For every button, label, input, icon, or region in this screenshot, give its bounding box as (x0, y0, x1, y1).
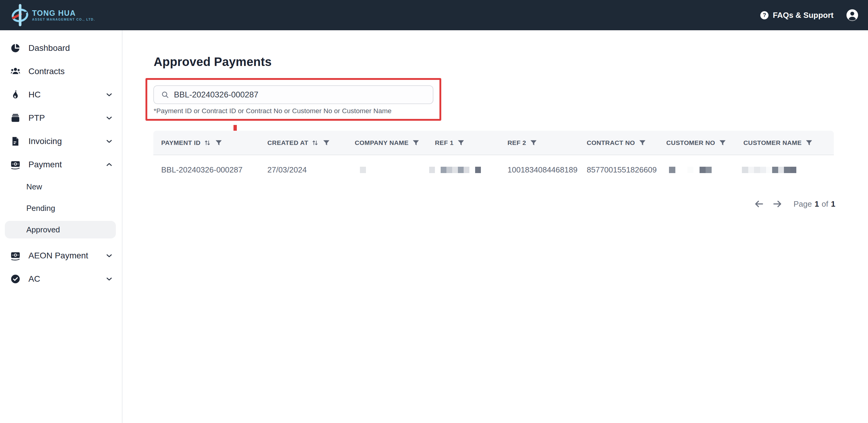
cell-payment-id: BBL-20240326-000287 (153, 165, 259, 175)
sidebar-subitem-label: New (26, 182, 42, 191)
redacted-customer-name (742, 167, 796, 173)
page-label: Page (794, 200, 812, 209)
user-avatar-button[interactable] (846, 8, 859, 22)
column-header-contract-no: CONTRACT NO (579, 139, 658, 146)
cell-company-name (347, 167, 427, 173)
chevron-up-icon (105, 160, 114, 169)
sidebar-item-ac[interactable]: AC (0, 267, 122, 291)
sidebar-item-payment-pending[interactable]: Pending (0, 198, 122, 219)
sort-icon[interactable] (311, 139, 319, 147)
sidebar-item-aeon-payment[interactable]: AEON Payment (0, 244, 122, 267)
sidebar-item-label: Contracts (28, 66, 114, 76)
sidebar-subitem-label: Pending (26, 204, 55, 213)
sidebar-item-label: AEON Payment (28, 251, 105, 261)
tonghua-logo-icon (11, 3, 29, 27)
pagination: Page 1 of 1 (754, 199, 835, 209)
cell-created-at: 27/03/2024 (259, 165, 347, 175)
redacted-ref-1 (429, 167, 481, 173)
sort-icon[interactable] (204, 139, 211, 147)
filter-icon[interactable] (639, 139, 646, 146)
payments-table: PAYMENT ID CREATED AT COMPANY NAME (153, 131, 834, 185)
redacted-company-name (360, 167, 366, 173)
sidebar: Dashboard Contracts (0, 30, 123, 423)
redacted-customer-no (669, 167, 712, 173)
cell-customer-no (658, 167, 736, 173)
of-label: of (822, 200, 828, 209)
search-hint-text: *Payment ID or Contract ID or Contract N… (154, 107, 392, 115)
sidebar-item-label: PTP (28, 113, 105, 123)
filter-icon[interactable] (323, 139, 330, 146)
sidebar-item-invoicing[interactable]: Invoicing (0, 129, 122, 153)
sidebar-item-payment[interactable]: Payment (0, 153, 122, 176)
help-icon: ? (760, 11, 769, 19)
sidebar-item-hc[interactable]: HC (0, 83, 122, 106)
table-header-row: PAYMENT ID CREATED AT COMPANY NAME (153, 131, 834, 155)
cell-customer-name (736, 167, 834, 173)
next-page-button[interactable] (772, 199, 783, 209)
pie-chart-icon (10, 42, 21, 54)
column-header-company-name: COMPANY NAME (347, 139, 427, 146)
sidebar-item-label: Dashboard (28, 43, 114, 53)
previous-page-button[interactable] (754, 199, 765, 209)
current-page-number: 1 (814, 200, 819, 209)
chevron-down-icon (105, 114, 114, 122)
banknote-icon (10, 250, 21, 262)
wallet-stack-icon (10, 112, 21, 124)
column-header-ref-1: REF 1 (427, 139, 500, 146)
column-header-created-at: CREATED AT (259, 139, 347, 147)
banknote-icon (10, 159, 21, 170)
content-shell: Dashboard Contracts (0, 30, 868, 423)
column-header-customer-no: CUSTOMER NO (658, 139, 736, 146)
sidebar-item-contracts[interactable]: Contracts (0, 60, 122, 83)
sidebar-item-ptp[interactable]: PTP (0, 106, 122, 129)
filter-icon[interactable] (805, 139, 813, 146)
filter-icon[interactable] (457, 139, 465, 146)
column-header-customer-name: CUSTOMER NAME (736, 139, 834, 146)
brand-name: TONG HUA (32, 9, 95, 17)
brand-logo[interactable]: TONG HUA ASSET MANAGEMENT CO., LTD. (11, 3, 95, 27)
faqs-support-link[interactable]: ? FAQs & Support (760, 10, 834, 20)
sidebar-item-payment-new[interactable]: New (0, 176, 122, 198)
sidebar-item-label: HC (28, 90, 105, 99)
check-circle-icon (10, 273, 21, 285)
filter-icon[interactable] (719, 139, 726, 146)
sidebar-subitem-label: Approved (26, 225, 60, 235)
filter-icon[interactable] (412, 139, 420, 146)
page-title: Approved Payments (154, 55, 272, 69)
cell-contract-no: 8577001551826609 (579, 165, 658, 175)
chevron-down-icon (105, 137, 114, 146)
cell-ref-1 (427, 167, 500, 173)
main-content: Approved Payments BBL-20240326-000287 *P… (123, 30, 868, 423)
sidebar-item-label: Invoicing (28, 137, 105, 146)
cell-ref-2: 1001834084468189 (500, 165, 579, 175)
chevron-down-icon (105, 90, 114, 99)
users-icon (10, 66, 21, 77)
sidebar-item-label: Payment (28, 160, 105, 170)
brand-subtitle: ASSET MANAGEMENT CO., LTD. (32, 18, 95, 21)
sidebar-item-dashboard[interactable]: Dashboard (0, 36, 122, 60)
invoice-document-icon (10, 135, 21, 147)
topbar-actions: ? FAQs & Support (760, 8, 859, 22)
faqs-support-label: FAQs & Support (773, 10, 834, 20)
page-indicator: Page 1 of 1 (794, 200, 835, 209)
flame-icon (10, 89, 21, 100)
filter-icon[interactable] (215, 139, 222, 146)
search-input[interactable]: BBL-20240326-000287 (153, 85, 433, 104)
app-root: TONG HUA ASSET MANAGEMENT CO., LTD. ? FA… (0, 0, 868, 423)
topbar: TONG HUA ASSET MANAGEMENT CO., LTD. ? FA… (0, 0, 868, 30)
filter-icon[interactable] (530, 139, 537, 146)
brand-text: TONG HUA ASSET MANAGEMENT CO., LTD. (32, 9, 95, 21)
column-header-ref-2: REF 2 (500, 139, 579, 146)
total-pages-number: 1 (831, 200, 835, 209)
sidebar-item-payment-approved[interactable]: Approved (5, 221, 116, 238)
search-icon (161, 90, 169, 99)
sidebar-item-label: AC (28, 274, 105, 284)
chevron-down-icon (105, 251, 114, 260)
chevron-down-icon (105, 275, 114, 283)
search-input-value: BBL-20240326-000287 (174, 90, 258, 99)
table-row[interactable]: BBL-20240326-000287 27/03/2024 100183408… (153, 155, 834, 185)
column-header-payment-id: PAYMENT ID (153, 139, 259, 147)
